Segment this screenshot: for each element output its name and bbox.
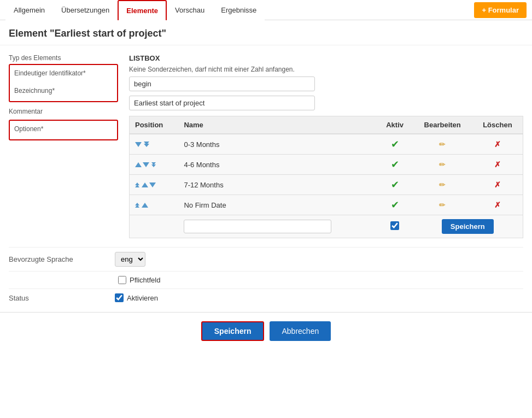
delete-icon-1[interactable]: ✗	[494, 140, 501, 149]
row-edit-4[interactable]: ✏	[413, 195, 472, 215]
check-icon-1: ✔	[391, 139, 399, 150]
tab-elemente[interactable]: Elemente	[118, 0, 167, 20]
pflichtfeld-checkbox[interactable]	[118, 276, 126, 284]
new-option-checkbox[interactable]	[390, 221, 399, 230]
row-edit-2[interactable]: ✏	[413, 155, 472, 175]
kommentar-label: Kommentar	[9, 108, 118, 115]
typ-label: Typ des Elements	[9, 54, 118, 62]
top-nav: Allgemein Übersetzungen Elemente Vorscha…	[0, 0, 532, 20]
new-name-cell	[178, 215, 377, 238]
move-bottom-btn-2[interactable]	[151, 162, 156, 167]
sprache-select[interactable]: eng deu fra spa	[115, 252, 145, 267]
col-name: Name	[178, 116, 377, 134]
status-label: Status	[9, 294, 107, 302]
identifier-input[interactable]	[129, 76, 315, 91]
row-aktiv-2: ✔	[377, 155, 413, 175]
identifier-label: Eindeutiger Identifikator*	[14, 69, 113, 77]
new-option-input[interactable]	[184, 220, 331, 233]
sprache-row: Bevorzugte Sprache eng deu fra spa	[9, 247, 523, 271]
bezeichnung-label: Bezeichnung*	[14, 87, 113, 95]
aktivieren-checkbox[interactable]	[115, 293, 124, 302]
new-save-cell: Speichern	[413, 215, 523, 238]
move-down-btn-3[interactable]	[149, 182, 156, 187]
row-edit-1[interactable]: ✏	[413, 134, 472, 155]
delete-icon-3[interactable]: ✗	[494, 180, 501, 189]
bottom-fields: Bevorzugte Sprache eng deu fra spa Pflic…	[0, 247, 532, 312]
delete-icon-2[interactable]: ✗	[494, 160, 501, 169]
footer-bar: Speichern Abbrechen	[0, 312, 532, 350]
edit-icon-3[interactable]: ✏	[439, 180, 446, 189]
new-option-save-button[interactable]: Speichern	[442, 219, 494, 234]
pos-controls-2	[130, 155, 179, 175]
pflichtfeld-group: Pflichtfeld	[118, 276, 160, 284]
table-row: 7-12 Months ✔ ✏ ✗	[130, 175, 523, 195]
new-aktiv-cell	[377, 215, 413, 238]
edit-icon-4[interactable]: ✏	[439, 201, 446, 209]
col-aktiv: Aktiv	[377, 116, 413, 134]
move-up-btn-3[interactable]	[142, 182, 148, 187]
row-name-2: 4-6 Months	[178, 155, 377, 175]
row-delete-3[interactable]: ✗	[472, 175, 523, 195]
pflichtfeld-row: Pflichtfeld	[9, 271, 523, 289]
status-row: Status Aktivieren	[9, 289, 523, 307]
row-delete-2[interactable]: ✗	[472, 155, 523, 175]
row-aktiv-4: ✔	[377, 195, 413, 215]
move-up-btn-4[interactable]	[142, 203, 148, 208]
aktivieren-label: Aktivieren	[127, 294, 158, 302]
move-up-btn-2[interactable]	[135, 162, 142, 167]
pflichtfeld-label: Pflichtfeld	[130, 276, 160, 284]
pos-controls-1	[130, 134, 179, 155]
cancel-button[interactable]: Abbrechen	[270, 321, 331, 341]
col-loeschen: Löschen	[472, 116, 523, 134]
row-delete-4[interactable]: ✗	[472, 195, 523, 215]
move-down-btn-2[interactable]	[143, 162, 149, 167]
row-name-4: No Firm Date	[178, 195, 377, 215]
new-pos-cell	[130, 215, 179, 238]
tab-vorschau[interactable]: Vorschau	[167, 0, 213, 20]
left-panel: Typ des Elements Eindeutiger Identifikat…	[9, 54, 118, 238]
delete-icon-4[interactable]: ✗	[494, 201, 501, 209]
row-name-3: 7-12 Months	[178, 175, 377, 195]
save-button[interactable]: Speichern	[201, 321, 265, 341]
check-icon-3: ✔	[391, 179, 399, 190]
tab-allgemein[interactable]: Allgemein	[5, 0, 53, 20]
edit-icon-1[interactable]: ✏	[439, 140, 446, 149]
col-bearbeiten: Bearbeiten	[413, 116, 472, 134]
check-icon-2: ✔	[391, 159, 399, 170]
check-icon-4: ✔	[391, 199, 399, 210]
row-name-1: 0-3 Months	[178, 134, 377, 155]
row-delete-1[interactable]: ✗	[472, 134, 523, 155]
identifier-bezeichnung-box: Eindeutiger Identifikator* Bezeichnung*	[9, 64, 118, 102]
pos-controls-4	[130, 195, 179, 215]
row-edit-3[interactable]: ✏	[413, 175, 472, 195]
hint-text: Keine Sonderzeichen, darf nicht mit eine…	[129, 66, 523, 73]
row-aktiv-1: ✔	[377, 134, 413, 155]
move-down-btn-1[interactable]	[135, 142, 142, 147]
tab-uebersetzungen[interactable]: Übersetzungen	[53, 0, 118, 20]
optionen-box: Optionen*	[9, 120, 118, 140]
table-row: No Firm Date ✔ ✏ ✗	[130, 195, 523, 215]
move-bottom-btn-1[interactable]	[144, 142, 149, 147]
listbox-title: LISTBOX	[129, 54, 523, 62]
pos-controls-3	[130, 175, 179, 195]
page-title: Element "Earliest start of project"	[0, 20, 532, 45]
row-aktiv-3: ✔	[377, 175, 413, 195]
tab-ergebnisse[interactable]: Ergebnisse	[213, 0, 265, 20]
right-panel: LISTBOX Keine Sonderzeichen, darf nicht …	[129, 54, 523, 238]
bezeichnung-input[interactable]	[129, 96, 315, 110]
nav-tabs: Allgemein Übersetzungen Elemente Vorscha…	[5, 0, 265, 20]
table-row: 4-6 Months ✔ ✏ ✗	[130, 155, 523, 175]
new-option-row: Speichern	[130, 215, 523, 238]
table-row: 0-3 Months ✔ ✏ ✗	[130, 134, 523, 155]
add-formular-button[interactable]: + Formular	[474, 2, 527, 18]
main-content: Typ des Elements Eindeutiger Identifikat…	[0, 45, 532, 247]
options-table: Position Name Aktiv Bearbeiten Löschen	[129, 116, 523, 238]
aktivieren-group: Aktivieren	[115, 293, 158, 302]
sprache-label: Bevorzugte Sprache	[9, 255, 107, 263]
optionen-label: Optionen*	[14, 125, 113, 133]
move-top-btn-3[interactable]	[135, 182, 139, 187]
edit-icon-2[interactable]: ✏	[439, 160, 446, 169]
sprache-control: eng deu fra spa	[115, 252, 145, 267]
col-position: Position	[130, 116, 179, 134]
move-top-btn-4[interactable]	[135, 203, 139, 208]
